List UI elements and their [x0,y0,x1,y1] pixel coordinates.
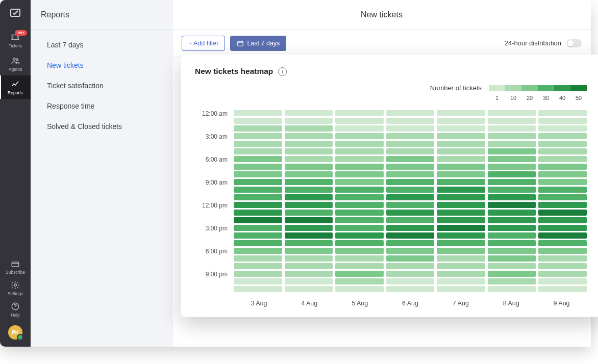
sidebar-item[interactable]: New tickets [31,55,172,75]
heatmap-cell [285,202,333,208]
y-tick [195,278,228,286]
heatmap-cell [335,118,384,124]
legend-swatch [521,85,538,91]
x-tick: 3 Aug [234,300,284,307]
heatmap-cell [285,171,333,177]
legend-tick: 40 [554,95,570,101]
heatmap-cell [386,187,435,193]
agents-icon [11,56,20,65]
heatmap-cell [335,156,384,162]
nav-rail: 99+ Tickets Agents Reports Subscribe Set… [0,0,31,347]
heatmap-cell [335,133,384,139]
card-title-row: New tickets heatmap i [195,67,587,76]
heatmap-cell [538,164,587,170]
heatmap-cell [335,110,384,116]
heatmap-cell [538,171,587,177]
heatmap-cell [488,110,536,116]
heatmap-cell [234,118,282,124]
heatmap-cell [386,110,435,116]
heatmap-cell [234,171,282,177]
heatmap-cell [538,110,587,116]
user-avatar[interactable]: PK [8,325,22,340]
heatmap-cell [437,179,485,185]
nav-agents[interactable]: Agents [0,52,31,75]
heatmap-cell [488,286,536,292]
y-tick: 12:00 pm [195,202,228,210]
y-tick [195,286,228,294]
heatmap-cell [335,248,384,254]
nav-settings[interactable]: Settings [0,277,31,299]
heatmap-cell [538,255,587,262]
heatmap-cell [488,164,536,170]
y-tick [195,194,228,202]
heatmap-cell [335,240,384,246]
heatmap-grid [234,110,587,294]
heatmap-cell [285,118,333,124]
y-tick: 12:00 am [195,110,228,118]
y-tick [195,263,228,271]
heatmap-cell [386,217,435,223]
sidebar-item[interactable]: Ticket satisfaction [31,75,172,96]
heatmap-cell [386,141,435,147]
date-range-label: Last 7 days [247,40,280,47]
heatmap-cell [386,271,435,277]
nav-label: Subscribe [6,270,25,275]
x-tick: 8 Aug [486,300,536,307]
heatmap-cell [285,141,333,147]
y-tick: 9:00 pm [195,271,228,278]
sidebar-item[interactable]: Response time [31,96,172,116]
heatmap-cell [437,187,485,193]
add-filter-button[interactable]: + Add filter [182,36,225,51]
sidebar-item[interactable]: Solved & Closed tickets [31,116,172,137]
nav-help[interactable]: Help [0,299,31,320]
heatmap-cell [335,217,384,223]
heatmap-cell [335,179,384,185]
calendar-icon [237,40,244,47]
y-tick [195,255,228,263]
y-tick [195,125,228,133]
heatmap-cell [386,278,435,284]
tickets-badge: 99+ [15,30,27,36]
date-range-button[interactable]: Last 7 days [230,36,286,51]
y-tick [195,171,228,179]
info-icon[interactable]: i [278,67,287,76]
heatmap-cell [437,255,485,262]
heatmap-cell [285,148,333,154]
heatmap-cell [335,210,384,216]
legend-tick: 10 [505,95,521,101]
nav-label: Settings [8,291,23,296]
nav-label: Agents [9,67,22,72]
legend-swatches [489,85,587,91]
x-tick: 6 Aug [385,300,436,307]
heatmap-cell [285,210,333,216]
heatmap-cell [335,225,384,231]
reports-sidebar: Reports Last 7 daysNew ticketsTicket sat… [31,0,172,347]
svg-rect-6 [238,41,243,45]
heatmap-cell [335,125,384,132]
heatmap-cell [335,286,384,292]
sidebar-item[interactable]: Last 7 days [31,35,172,55]
card-title: New tickets heatmap [195,67,273,76]
heatmap-cell [488,271,536,277]
heatmap-cell [488,125,536,132]
heatmap-cell [437,156,485,162]
heatmap-cell [538,263,587,269]
heatmap-cell [386,148,435,154]
heatmap-cell [234,156,282,162]
heatmap-cell [386,194,435,200]
heatmap-cell [488,187,536,193]
page-title: New tickets [172,0,591,30]
heatmap-cell [488,263,536,269]
nav-tickets[interactable]: 99+ Tickets [0,29,31,52]
y-tick: 6:00 am [195,156,228,164]
heatmap-cell [437,171,485,177]
y-tick: 9:00 am [195,179,228,187]
heatmap-cell [234,248,282,254]
heatmap-cell [437,110,485,116]
heatmap-cell [234,232,282,239]
nav-subscribe[interactable]: Subscribe [0,256,31,277]
distribution-toggle[interactable] [566,39,582,47]
nav-reports[interactable]: Reports [0,75,31,99]
nav-label: Reports [8,90,23,95]
heatmap-cell [488,141,536,147]
